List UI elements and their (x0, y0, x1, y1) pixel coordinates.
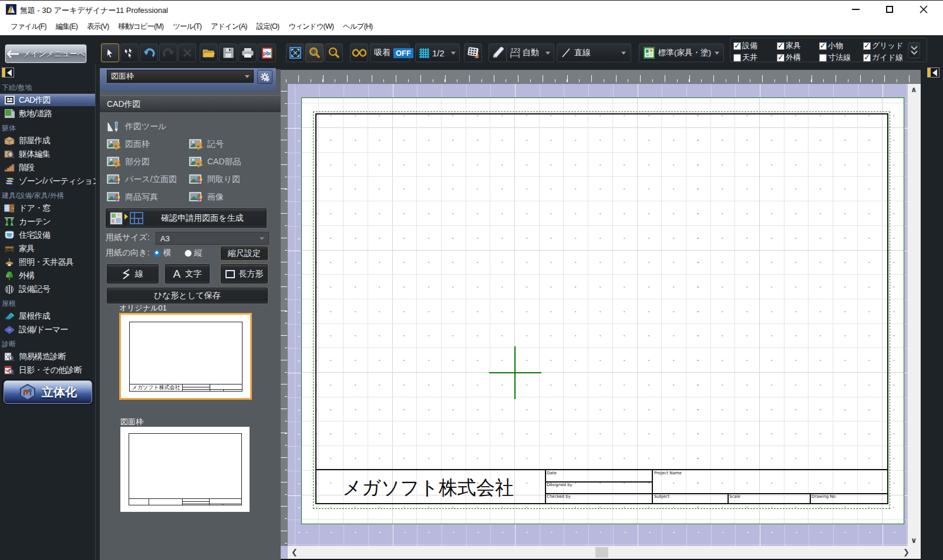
menu-move-copy[interactable]: 移動/コピー(M) (113, 19, 168, 34)
sidebar-item-door-mado[interactable]: ドア・窓 (0, 201, 95, 215)
delete-button[interactable] (178, 43, 196, 62)
rectangle-button[interactable]: 長方形 (221, 264, 268, 284)
tool-bubunzu[interactable]: 部分図 (107, 155, 150, 169)
template-2-thumbnail[interactable] (120, 427, 250, 512)
radio-portrait[interactable]: 縦 (184, 248, 203, 258)
sidebar-item-shikichi-douro[interactable]: 敷地/道路 (0, 107, 95, 120)
generate-confirmation-drawing-button[interactable]: 確認申請用図面を生成 (106, 208, 267, 228)
vertical-scrollbar[interactable]: ∧ ∨ (908, 84, 921, 546)
display-style-dropdown[interactable]: 標準(家具・塗) (639, 43, 724, 62)
template-1-thumbnail[interactable]: メガソフト株式会社 (119, 313, 252, 400)
zoom-fit-button[interactable] (286, 43, 304, 62)
menu-file[interactable]: ファイル(F) (6, 19, 51, 34)
frame-type-select[interactable]: 図面枠 (107, 70, 254, 83)
checkbox-kagu[interactable]: 家具 (777, 41, 819, 51)
zoom-out-button[interactable] (325, 43, 343, 62)
sidebar-item-hikage-shindan[interactable]: 日影・その他診断 (0, 363, 95, 377)
multi-select-tool-button[interactable] (120, 43, 139, 62)
tool-gazou[interactable]: 画像 (189, 190, 224, 204)
sidebar-collapse-button[interactable] (2, 68, 14, 77)
line-type-dropdown[interactable]: 直線 (557, 43, 631, 62)
zoom-in-button[interactable] (305, 43, 324, 62)
right-panel-collapse-button[interactable] (927, 68, 939, 77)
toolbar-expand-button[interactable] (908, 42, 920, 58)
sidebar-item-heya-sakusei[interactable]: 部屋作成 (0, 134, 95, 147)
checkbox-setsubi[interactable]: 設備 (733, 41, 777, 51)
scale-setting-button[interactable]: 縮尺設定 (221, 247, 268, 260)
company-name: メガソフト株式会社 (334, 475, 522, 501)
sidebar-item-kaidan[interactable]: 階段 (0, 161, 95, 174)
tool-sakuzu-tool[interactable]: 作図ツール (107, 120, 167, 134)
sidebar-item-shomei[interactable]: 照明・天井器具 (0, 255, 95, 269)
sidebar-item-kagu[interactable]: 家具 (0, 242, 95, 255)
scroll-right-arrow[interactable]: ❯ (903, 548, 910, 556)
menu-view[interactable]: 表示(V) (82, 19, 113, 34)
to-3d-button[interactable]: 立体化 (4, 380, 92, 404)
close-button[interactable] (910, 1, 937, 18)
checkbox-grid[interactable]: グリッド (863, 41, 910, 51)
horizontal-scrollbar[interactable]: ❮ ❯ (288, 546, 921, 559)
drawing-canvas[interactable]: メガソフト株式会社 Date Designed by Checked by Pr… (281, 65, 921, 560)
tb-subject-label: Subject (654, 494, 669, 499)
main-menu-button[interactable]: メインメニューへ (5, 44, 87, 63)
snap-toggle-button[interactable]: 吸着OFF (370, 43, 410, 62)
checkbox-tenjo[interactable]: 天井 (733, 52, 777, 63)
save-as-template-button[interactable]: ひな形として保存 (107, 288, 268, 303)
frame-settings-button[interactable] (257, 70, 272, 84)
sidebar-section-kutai: 躯体 (0, 120, 95, 134)
sidebar-item-curtain[interactable]: カーテン (0, 215, 95, 228)
checkbox-sunpousen[interactable]: 寸法線 (819, 52, 863, 63)
minimize-button[interactable] (842, 1, 869, 18)
pdf-export-button[interactable]: pbd (258, 43, 276, 62)
tool-cad-buhin[interactable]: CAD部品 (189, 155, 241, 169)
sidebar-item-setsubi-dormer[interactable]: 設備/ドーマー (0, 323, 95, 336)
continuous-draw-button[interactable] (350, 43, 368, 62)
text-icon: A (173, 268, 181, 281)
menu-edit[interactable]: 編集(E) (51, 19, 82, 34)
tool-zumenwaku[interactable]: 図面枠 (107, 137, 150, 151)
radio-landscape[interactable]: 横 (153, 248, 171, 258)
save-button[interactable] (219, 43, 237, 62)
sidebar-item-cad-sakuzu[interactable]: CAD作図 (0, 93, 95, 107)
sidebar-item-gaikou[interactable]: 外構 (0, 269, 95, 282)
tb-scale-label: Scale (729, 494, 740, 499)
sidebar-item-kutai-henshu[interactable]: 躯体編集 (0, 147, 95, 161)
menu-addin[interactable]: アドイン(A) (206, 19, 252, 34)
menu-settings[interactable]: 設定(O) (252, 19, 284, 34)
tool-shouhin-shashin[interactable]: 商品写真 (107, 190, 158, 204)
tool-madorizu[interactable]: 間取り図 (189, 173, 240, 187)
line-button[interactable]: 線 (107, 264, 159, 284)
tool-kigou[interactable]: 記号 (189, 137, 224, 151)
undo-button[interactable] (140, 43, 158, 62)
open-button[interactable] (200, 43, 218, 62)
select-tool-button[interactable] (101, 43, 119, 62)
menu-window[interactable]: ウィンドウ(W) (284, 19, 338, 34)
sidebar-item-setsubi-kigou[interactable]: 設備記号 (0, 282, 95, 296)
sidebar-item-kani-kouzou-shindan[interactable]: 簡易構造診断 (0, 350, 95, 363)
maximize-button[interactable] (876, 1, 903, 18)
redo-button[interactable] (159, 43, 177, 62)
blueprint-icon (130, 212, 144, 225)
tool-perspective[interactable]: パース/立面図 (107, 173, 177, 187)
sidebar-item-jutaku-setsubi[interactable]: 住宅設備 (0, 228, 95, 242)
dimension-mode-dropdown[interactable]: 123 自動 (506, 43, 554, 62)
grid-scale-dropdown[interactable]: 1/2 (415, 43, 460, 62)
canvas-viewport[interactable]: メガソフト株式会社 Date Designed by Checked by Pr… (288, 84, 908, 546)
calculator-button[interactable] (464, 43, 482, 62)
horizontal-scroll-thumb[interactable] (595, 547, 608, 558)
menu-help[interactable]: ヘルプ(H) (338, 19, 377, 34)
checkbox-gaikou[interactable]: 外構 (777, 52, 819, 63)
print-button[interactable] (238, 43, 257, 62)
checkbox-komono[interactable]: 小物 (819, 41, 863, 51)
scroll-left-arrow[interactable]: ❮ (291, 548, 298, 556)
checkbox-gaidosen[interactable]: ガイド線 (863, 52, 910, 63)
paper-size-label: 用紙サイズ: (106, 232, 150, 243)
scroll-down-arrow[interactable]: ∨ (911, 536, 917, 545)
sidebar-item-yane-sakusei[interactable]: 屋根作成 (0, 309, 95, 323)
measure-pen-button[interactable] (489, 43, 507, 62)
menu-tools[interactable]: ツール(T) (168, 19, 206, 34)
text-button[interactable]: A 文字 (165, 264, 210, 284)
paper-size-select[interactable]: A3 (156, 232, 269, 245)
scroll-up-arrow[interactable]: ∧ (911, 85, 917, 94)
sidebar-item-zone-partition[interactable]: ゾーン/パーティション (0, 174, 95, 188)
